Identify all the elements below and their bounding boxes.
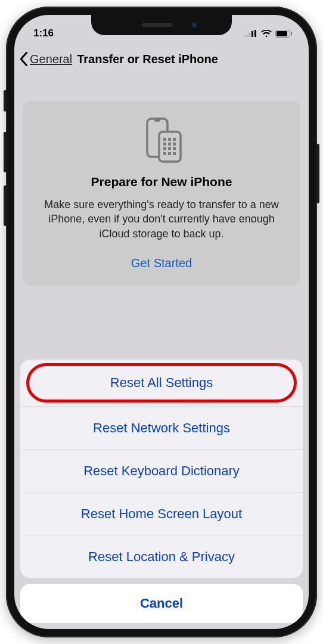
svg-rect-8 (154, 119, 160, 122)
content-area: Prepare for New iPhone Make sure everyth… (14, 101, 309, 286)
card-body: Make sure everything's ready to transfer… (33, 197, 290, 241)
svg-rect-21 (173, 152, 176, 155)
svg-rect-6 (291, 32, 292, 35)
svg-rect-0 (246, 35, 247, 37)
reset-all-settings-button[interactable]: Reset All Settings (20, 360, 303, 406)
svg-rect-3 (254, 30, 256, 37)
screen: 1:16 Gene (14, 15, 309, 629)
svg-rect-16 (163, 147, 166, 150)
sheet-item-label: Reset Keyboard Dictionary (83, 463, 240, 479)
card-title: Prepare for New iPhone (33, 175, 290, 189)
devices-icon (33, 114, 290, 166)
svg-rect-5 (277, 31, 287, 36)
svg-rect-20 (168, 152, 171, 155)
reset-keyboard-dictionary-button[interactable]: Reset Keyboard Dictionary (20, 449, 303, 492)
sheet-item-label: Reset Location & Privacy (88, 549, 235, 565)
svg-rect-2 (251, 31, 253, 37)
cellular-icon (246, 30, 257, 37)
reset-options-group: Reset All Settings Reset Network Setting… (20, 360, 303, 578)
chevron-left-icon (19, 52, 29, 66)
power-button (316, 144, 319, 203)
reset-home-screen-layout-button[interactable]: Reset Home Screen Layout (20, 492, 303, 535)
status-time: 1:16 (33, 27, 54, 39)
front-camera (191, 22, 197, 28)
sheet-item-label: Reset All Settings (110, 375, 213, 391)
svg-rect-10 (163, 138, 166, 141)
svg-rect-18 (173, 147, 176, 150)
svg-rect-1 (249, 33, 250, 37)
reset-location-privacy-button[interactable]: Reset Location & Privacy (20, 535, 303, 578)
sheet-item-label: Reset Home Screen Layout (81, 506, 242, 522)
get-started-link[interactable]: Get Started (33, 256, 290, 270)
svg-rect-13 (163, 143, 166, 145)
svg-rect-12 (173, 138, 176, 141)
prepare-card: Prepare for New iPhone Make sure everyth… (23, 101, 300, 286)
back-label: General (30, 52, 72, 66)
battery-icon (275, 30, 292, 38)
action-sheet: Reset All Settings Reset Network Setting… (14, 360, 309, 629)
svg-rect-14 (168, 143, 171, 145)
page-title: Transfer or Reset iPhone (77, 52, 218, 66)
svg-rect-9 (159, 132, 181, 162)
svg-rect-11 (168, 138, 171, 141)
cancel-button[interactable]: Cancel (20, 584, 303, 623)
status-indicators (246, 30, 292, 38)
back-button[interactable]: General (18, 49, 73, 69)
reset-network-settings-button[interactable]: Reset Network Settings (20, 406, 303, 449)
sheet-item-label: Reset Network Settings (93, 420, 230, 436)
volume-up-button (4, 132, 7, 172)
svg-rect-15 (173, 143, 176, 145)
notch (91, 15, 232, 35)
svg-rect-19 (163, 152, 166, 155)
silence-switch (4, 90, 7, 112)
wifi-icon (261, 30, 272, 38)
volume-down-button (4, 185, 7, 226)
svg-rect-17 (168, 147, 171, 150)
phone-frame: 1:16 Gene (6, 7, 317, 637)
cancel-label: Cancel (140, 596, 183, 611)
speaker-grille (142, 23, 173, 27)
navigation-bar: General Transfer or Reset iPhone (14, 44, 309, 75)
